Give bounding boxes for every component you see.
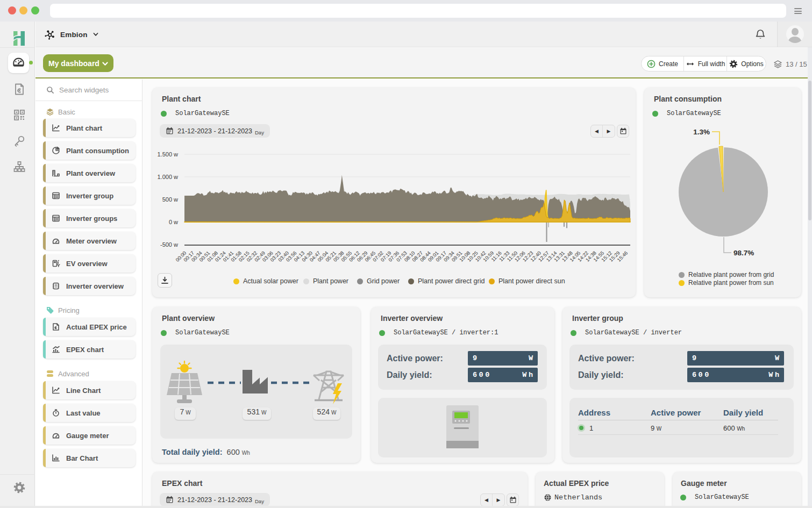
svg-text:1.000 w: 1.000 w xyxy=(157,174,178,180)
svg-text:1.3%: 1.3% xyxy=(693,128,710,136)
svg-text:-500 w: -500 w xyxy=(160,241,178,248)
svg-text:98.7%: 98.7% xyxy=(733,249,754,257)
svg-text:0 w: 0 w xyxy=(169,219,178,225)
svg-text:500 w: 500 w xyxy=(162,196,178,203)
svg-text:1.500 w: 1.500 w xyxy=(157,151,178,158)
